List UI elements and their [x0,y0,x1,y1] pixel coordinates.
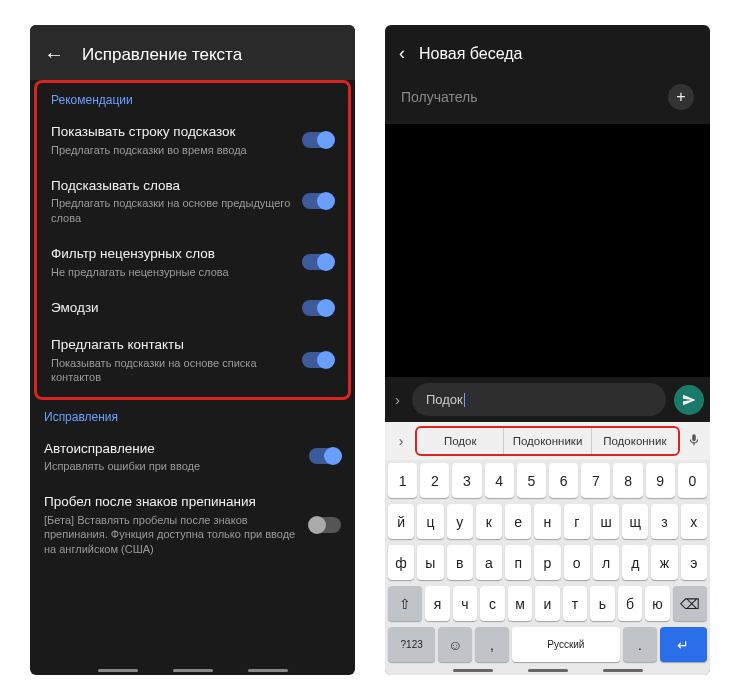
key-emoji[interactable]: ☺ [438,627,472,662]
message-input[interactable]: Подок [412,383,666,416]
chat-title: Новая беседа [419,45,522,63]
section-title: Исправления [30,400,355,430]
key-letter[interactable]: ц [417,504,443,539]
key-letter[interactable]: т [563,586,587,621]
send-button[interactable] [674,385,704,415]
key-letter[interactable]: с [480,586,504,621]
key-letter[interactable]: п [505,545,531,580]
setting-suggest-words[interactable]: Подсказывать слова Предлагать подсказки … [37,167,348,235]
toggle-emoji[interactable] [302,300,334,316]
suggestion-row: › Подок Подоконники Подоконник [385,422,710,460]
key-letter[interactable]: н [534,504,560,539]
phone-chat: ‹ Новая беседа Получатель + › Подок › По… [385,25,710,675]
android-nav-bar[interactable] [30,665,355,675]
key-shift[interactable]: ⇧ [388,586,422,621]
suggestions-expand-icon[interactable]: › [389,433,413,449]
key-2[interactable]: 2 [420,463,449,498]
key-letter[interactable]: к [476,504,502,539]
recipient-row[interactable]: Получатель + [385,74,710,124]
keyboard: › Подок Подоконники Подоконник 1 2 3 4 5… [385,422,710,675]
key-7[interactable]: 7 [581,463,610,498]
key-5[interactable]: 5 [517,463,546,498]
key-letter[interactable]: и [535,586,559,621]
key-6[interactable]: 6 [549,463,578,498]
chat-body [385,124,710,377]
key-row-numbers: 1 2 3 4 5 6 7 8 9 0 [385,460,710,501]
header-title: Исправление текста [82,45,242,65]
key-space[interactable]: Русский [512,627,620,662]
key-row-1: й ц у к е н г ш щ з х [385,501,710,542]
back-icon[interactable]: ‹ [399,43,405,64]
key-0[interactable]: 0 [678,463,707,498]
key-letter[interactable]: р [534,545,560,580]
mic-icon[interactable] [682,433,706,450]
key-letter[interactable]: ы [417,545,443,580]
key-letter[interactable]: е [505,504,531,539]
key-letter[interactable]: у [447,504,473,539]
toggle-show-suggestions[interactable] [302,132,334,148]
key-3[interactable]: 3 [452,463,481,498]
setting-emoji[interactable]: Эмодзи [37,289,348,327]
settings-header: ← Исправление текста [30,25,355,80]
key-row-3: ⇧ я ч с м и т ь б ю ⌫ [385,583,710,624]
key-letter[interactable]: й [388,504,414,539]
toggle-suggest-contacts[interactable] [302,352,334,368]
key-letter[interactable]: ф [388,545,414,580]
key-letter[interactable]: в [447,545,473,580]
key-row-4: ?123 ☺ , Русский . ↵ [385,624,710,665]
key-letter[interactable]: о [564,545,590,580]
expand-icon[interactable]: › [391,391,404,408]
key-row-2: ф ы в а п р о л д ж э [385,542,710,583]
setting-show-suggestions[interactable]: Показывать строку подсказок Предлагать п… [37,113,348,167]
key-4[interactable]: 4 [485,463,514,498]
key-letter[interactable]: ш [593,504,619,539]
key-letter[interactable]: ь [590,586,614,621]
key-letter[interactable]: з [651,504,677,539]
key-symbols[interactable]: ?123 [388,627,435,662]
key-letter[interactable]: б [618,586,642,621]
key-letter[interactable]: д [622,545,648,580]
key-9[interactable]: 9 [646,463,675,498]
toggle-space-after-punct[interactable] [309,517,341,533]
key-letter[interactable]: х [681,504,707,539]
key-letter[interactable]: л [593,545,619,580]
android-nav-bar[interactable] [385,665,710,675]
phone-settings: ← Исправление текста Рекомендации Показы… [30,25,355,675]
recipient-label: Получатель [401,89,668,105]
key-letter[interactable]: ю [645,586,669,621]
key-letter[interactable]: щ [622,504,648,539]
setting-space-after-punct[interactable]: Пробел после знаков препинания [Бета] Вс… [30,483,355,565]
suggestion-item[interactable]: Подоконник [592,428,678,454]
back-icon[interactable]: ← [44,43,64,66]
key-backspace[interactable]: ⌫ [673,586,707,621]
setting-suggest-contacts[interactable]: Предлагать контакты Показывать подсказки… [37,326,348,394]
toggle-suggest-words[interactable] [302,193,334,209]
setting-autocorrect[interactable]: Автоисправление Исправлять ошибки при вв… [30,430,355,484]
message-input-row: › Подок [385,377,710,422]
toggle-profanity-filter[interactable] [302,254,334,270]
highlight-box-suggestions: Подок Подоконники Подоконник [415,426,680,456]
key-8[interactable]: 8 [613,463,642,498]
setting-profanity-filter[interactable]: Фильтр нецензурных слов Не предлагать не… [37,235,348,289]
key-letter[interactable]: а [476,545,502,580]
key-comma[interactable]: , [475,627,509,662]
section-title: Рекомендации [37,83,348,113]
toggle-autocorrect[interactable] [309,448,341,464]
key-dot[interactable]: . [623,627,657,662]
highlight-box-recommendations: Рекомендации Показывать строку подсказок… [34,80,351,400]
key-letter[interactable]: г [564,504,590,539]
key-letter[interactable]: ч [453,586,477,621]
key-letter[interactable]: я [425,586,449,621]
send-icon [682,393,696,407]
suggestion-item[interactable]: Подок [417,428,504,454]
chat-header: ‹ Новая беседа [385,25,710,74]
key-letter[interactable]: ж [651,545,677,580]
key-enter[interactable]: ↵ [660,627,707,662]
key-letter[interactable]: м [508,586,532,621]
key-1[interactable]: 1 [388,463,417,498]
key-letter[interactable]: э [681,545,707,580]
add-recipient-button[interactable]: + [668,84,694,110]
suggestion-item[interactable]: Подоконники [504,428,591,454]
